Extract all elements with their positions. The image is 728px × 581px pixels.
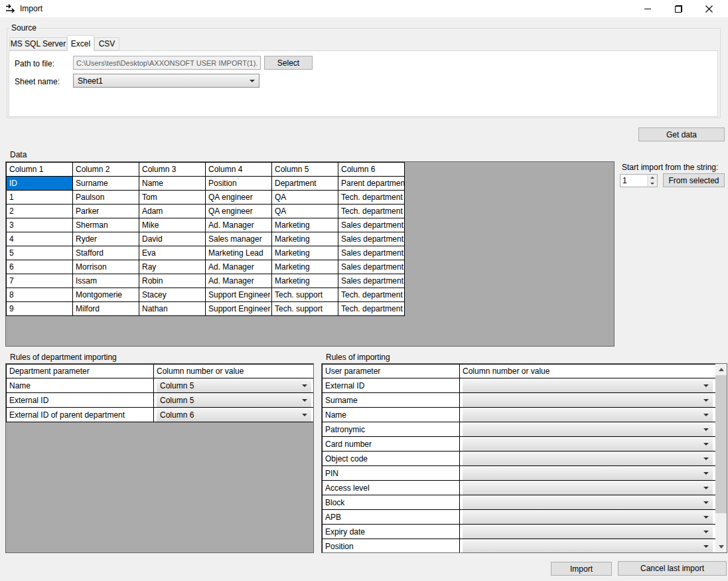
data-cell[interactable]: Sales manager bbox=[206, 232, 272, 246]
department-rule-combobox[interactable]: Column 5 bbox=[157, 378, 311, 392]
data-cell[interactable]: 1 bbox=[7, 191, 73, 205]
data-cell[interactable]: 2 bbox=[7, 205, 73, 218]
spinner-down-button[interactable] bbox=[647, 181, 657, 187]
data-cell[interactable]: Ray bbox=[139, 260, 206, 274]
scrollbar-thumb[interactable] bbox=[715, 375, 727, 513]
path-to-file-input[interactable] bbox=[73, 56, 261, 70]
data-cell[interactable]: 3 bbox=[7, 218, 73, 232]
data-cell[interactable]: Marketing bbox=[272, 232, 338, 246]
tab-excel[interactable]: Excel bbox=[67, 35, 94, 51]
user-rule-combobox[interactable] bbox=[463, 393, 713, 407]
rule-parameter-cell[interactable]: Patronymic bbox=[323, 422, 460, 437]
data-cell[interactable]: QA bbox=[272, 205, 338, 218]
data-cell[interactable]: Ad. Manager bbox=[206, 274, 272, 288]
rule-parameter-cell[interactable]: External ID bbox=[323, 378, 460, 393]
data-cell[interactable]: Tech. department bbox=[338, 191, 405, 205]
user-rule-combobox[interactable] bbox=[463, 452, 713, 465]
data-cell[interactable]: Sales department bbox=[338, 218, 405, 232]
data-column-header[interactable]: Column 3 bbox=[139, 163, 206, 177]
data-cell[interactable]: Tech. support bbox=[272, 288, 338, 302]
cancel-last-import-button[interactable]: Cancel last import bbox=[618, 561, 727, 576]
select-file-button[interactable]: Select bbox=[264, 56, 313, 70]
data-cell[interactable]: 4 bbox=[7, 232, 73, 246]
data-cell[interactable]: Surname bbox=[73, 177, 139, 191]
data-cell[interactable]: Stacey bbox=[139, 288, 206, 302]
data-cell[interactable]: Marketing bbox=[272, 274, 338, 288]
data-cell[interactable]: 7 bbox=[7, 274, 73, 288]
data-cell[interactable]: Tech. support bbox=[272, 302, 338, 316]
data-cell[interactable]: Nathan bbox=[139, 302, 206, 316]
tab-csv[interactable]: CSV bbox=[94, 37, 119, 50]
data-cell[interactable]: Eva bbox=[139, 246, 206, 260]
scrollbar-up-button[interactable] bbox=[715, 364, 727, 375]
data-cell[interactable]: Milford bbox=[73, 302, 139, 316]
tab-ms-sql-server[interactable]: MS SQL Server bbox=[9, 37, 67, 50]
data-cell[interactable]: Stafford bbox=[73, 246, 139, 260]
data-cell[interactable]: QA bbox=[272, 191, 338, 205]
rule-parameter-cell[interactable]: Card number bbox=[323, 437, 460, 452]
sheet-name-combobox[interactable]: Sheet1 bbox=[73, 74, 259, 88]
user-rule-combobox[interactable] bbox=[463, 525, 713, 539]
data-cell[interactable]: Ryder bbox=[73, 232, 139, 246]
rule-parameter-cell[interactable]: Block bbox=[323, 495, 460, 510]
from-selected-button[interactable]: From selected bbox=[663, 173, 725, 187]
data-cell[interactable]: Tech. department bbox=[338, 302, 405, 316]
data-cell[interactable]: Tom bbox=[139, 191, 206, 205]
restore-button[interactable] bbox=[663, 0, 693, 17]
data-cell[interactable]: David bbox=[139, 232, 206, 246]
data-cell[interactable]: Ad. Manager bbox=[206, 260, 272, 274]
import-button[interactable]: Import bbox=[551, 562, 612, 576]
data-cell[interactable]: Sales department bbox=[338, 232, 405, 246]
minimize-button[interactable] bbox=[632, 0, 663, 17]
data-cell[interactable]: Support Engineer bbox=[206, 288, 272, 302]
data-column-header[interactable]: Column 2 bbox=[73, 163, 139, 177]
start-row-input[interactable] bbox=[620, 175, 647, 187]
department-rule-combobox[interactable]: Column 5 bbox=[157, 393, 311, 407]
data-cell[interactable]: Robin bbox=[139, 274, 206, 288]
data-cell[interactable]: Marketing bbox=[272, 246, 338, 260]
department-rule-combobox[interactable]: Column 6 bbox=[157, 408, 311, 422]
user-rule-combobox[interactable] bbox=[463, 495, 713, 509]
rule-parameter-cell[interactable]: PIN bbox=[323, 466, 460, 481]
get-data-button[interactable]: Get data bbox=[638, 127, 725, 141]
user-rule-combobox[interactable] bbox=[463, 539, 713, 553]
rule-parameter-cell[interactable]: External ID of parent department bbox=[7, 408, 154, 422]
user-rule-combobox[interactable] bbox=[463, 510, 713, 524]
user-rule-combobox[interactable] bbox=[463, 466, 713, 480]
vertical-scrollbar[interactable] bbox=[715, 364, 727, 552]
data-cell[interactable]: Tech. department bbox=[338, 288, 405, 302]
rule-parameter-cell[interactable]: Name bbox=[7, 378, 154, 393]
rule-parameter-cell[interactable]: Name bbox=[323, 408, 460, 422]
data-cell[interactable]: 9 bbox=[7, 302, 73, 316]
data-cell[interactable]: Department bbox=[272, 177, 338, 191]
user-rule-combobox[interactable] bbox=[463, 408, 713, 422]
rule-parameter-cell[interactable]: Surname bbox=[323, 393, 460, 408]
close-button[interactable] bbox=[693, 0, 724, 17]
data-cell[interactable]: Sherman bbox=[73, 218, 139, 232]
rule-parameter-cell[interactable]: External ID bbox=[7, 393, 154, 408]
data-cell[interactable]: 5 bbox=[7, 246, 73, 260]
data-cell[interactable]: Marketing bbox=[272, 218, 338, 232]
data-column-header[interactable]: Column 6 bbox=[338, 163, 405, 177]
data-cell[interactable]: Montgomerie bbox=[73, 288, 139, 302]
data-cell[interactable]: Sales department bbox=[338, 274, 405, 288]
data-cell[interactable]: Sales department bbox=[338, 260, 405, 274]
user-rule-combobox[interactable] bbox=[463, 378, 713, 392]
start-row-spinner[interactable] bbox=[620, 174, 658, 187]
spinner-up-button[interactable] bbox=[647, 175, 657, 181]
data-column-header[interactable]: Column 5 bbox=[272, 163, 338, 177]
data-cell[interactable]: Mike bbox=[139, 218, 206, 232]
data-cell[interactable]: Parent department bbox=[338, 177, 405, 191]
data-cell[interactable]: ID bbox=[7, 177, 73, 191]
data-cell[interactable]: QA engineer bbox=[206, 205, 272, 218]
scrollbar-down-button[interactable] bbox=[715, 541, 727, 552]
rule-parameter-cell[interactable]: Position bbox=[323, 539, 460, 554]
user-rule-combobox[interactable] bbox=[463, 481, 713, 495]
data-cell[interactable]: Tech. department bbox=[338, 205, 405, 218]
rule-parameter-cell[interactable]: APB bbox=[323, 510, 460, 525]
data-cell[interactable]: Name bbox=[139, 177, 206, 191]
data-cell[interactable]: Issam bbox=[73, 274, 139, 288]
rule-parameter-cell[interactable]: Object code bbox=[323, 452, 460, 466]
data-cell[interactable]: Sales department bbox=[338, 246, 405, 260]
data-cell[interactable]: Parker bbox=[73, 205, 139, 218]
